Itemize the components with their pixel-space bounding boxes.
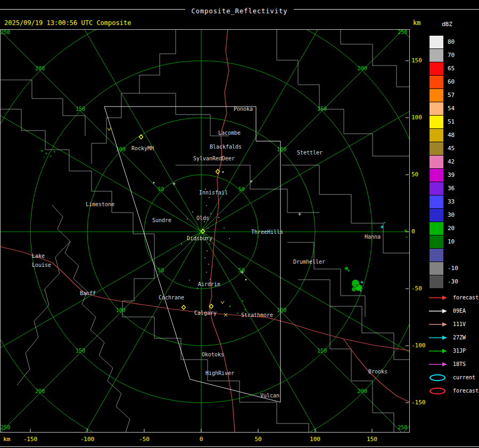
scan-outline bbox=[104, 107, 280, 402]
precip-echo bbox=[197, 288, 198, 289]
city-label: Okotoks bbox=[202, 352, 224, 357]
colorbar-swatch bbox=[430, 156, 443, 168]
plus-marker bbox=[298, 213, 301, 216]
ring-distance-label: 200 bbox=[358, 388, 367, 394]
city-label: Lake bbox=[32, 253, 45, 259]
precip-echo bbox=[210, 213, 211, 214]
precip-echo bbox=[208, 227, 209, 229]
colorbar-title: dBZ bbox=[442, 21, 452, 28]
precip-echo bbox=[245, 309, 246, 311]
city-label: Airdrie bbox=[198, 281, 220, 287]
colorbar-row: 42 bbox=[430, 155, 458, 168]
colorbar-label: 60 bbox=[448, 78, 455, 85]
legend-row: forecast bbox=[428, 384, 478, 397]
city-label: Cochrane bbox=[159, 295, 184, 300]
right-axis-label: -50 bbox=[411, 285, 422, 292]
caret-marker bbox=[108, 128, 111, 131]
ring-distance-label: 200 bbox=[35, 66, 45, 71]
colorbar-row: 20 bbox=[430, 222, 458, 235]
town-dot bbox=[153, 182, 155, 184]
precip-echo bbox=[361, 281, 363, 283]
highway-path bbox=[209, 313, 410, 351]
colorbar-row bbox=[430, 248, 458, 262]
ring-distance-label: 250 bbox=[398, 425, 407, 430]
caret-marker bbox=[221, 301, 224, 304]
legend-arrow-icon bbox=[428, 347, 451, 355]
precip-echo bbox=[49, 155, 51, 157]
precip-echo bbox=[209, 197, 210, 198]
colorbar-swatch bbox=[430, 89, 443, 102]
city-label: Calgary bbox=[194, 310, 217, 316]
city-label: RedDeer bbox=[212, 156, 235, 161]
precip-echo bbox=[207, 250, 208, 251]
precip-echo bbox=[46, 153, 47, 154]
colorbar-swatch bbox=[430, 182, 443, 195]
legend-ellipse bbox=[430, 374, 445, 380]
colorbar-swatch bbox=[430, 222, 443, 235]
colorbar-label: 80 bbox=[448, 38, 455, 45]
colorbar-row: 36 bbox=[430, 182, 458, 195]
legend-row: current bbox=[428, 371, 478, 384]
legend-ellipse-icon bbox=[428, 387, 451, 395]
radar-site-diamond bbox=[210, 304, 213, 308]
colorbar-row: 57 bbox=[430, 88, 458, 102]
precip-echo bbox=[229, 305, 230, 307]
colorbar-swatch bbox=[430, 275, 443, 288]
radar-map: 5050505010010010010015015015015020020020… bbox=[0, 29, 410, 433]
radar-site-diamond bbox=[182, 305, 186, 309]
ring-distance-label: 50 bbox=[238, 186, 245, 192]
city-label: HighRiver bbox=[205, 370, 234, 376]
legend-arrow-icon bbox=[428, 321, 451, 328]
legend-row: 111V bbox=[428, 317, 478, 331]
title-wrap: Composite_Reflectivity bbox=[0, 5, 479, 15]
legend-row: 18TS bbox=[428, 357, 478, 371]
legend-row: 27ZW bbox=[428, 331, 478, 344]
precip-echo bbox=[206, 205, 207, 206]
ring-distance-label: 150 bbox=[76, 106, 85, 112]
colorbar-swatch bbox=[430, 235, 443, 248]
colorbar-row: 70 bbox=[430, 48, 458, 62]
precip-echo bbox=[189, 280, 190, 281]
precip-echo bbox=[352, 287, 356, 291]
colorbar-label: 48 bbox=[448, 132, 455, 139]
legend-label: forecast bbox=[453, 295, 478, 300]
legend-arrow-icon bbox=[428, 334, 451, 341]
legend: forecast09EA111V27ZW31JP18TScurrentforec… bbox=[428, 291, 478, 397]
legend-label: 27ZW bbox=[453, 335, 466, 340]
precip-echo bbox=[345, 267, 348, 270]
colorbar-swatch bbox=[430, 102, 443, 115]
bottom-axis-label: -150 bbox=[21, 436, 40, 443]
bottom-axis-label: 50 bbox=[249, 436, 268, 443]
precip-echo bbox=[204, 257, 205, 258]
precip-echo bbox=[206, 272, 207, 273]
colorbar-row: -10 bbox=[430, 262, 458, 275]
colorbar-swatch bbox=[430, 196, 443, 208]
precip-echo bbox=[218, 217, 219, 218]
town-dot bbox=[245, 279, 247, 281]
legend-label: 31JP bbox=[453, 348, 466, 354]
precip-echo bbox=[41, 150, 43, 152]
precip-echo bbox=[54, 151, 55, 153]
radar-site-diamond bbox=[139, 135, 143, 139]
city-label: Louise bbox=[32, 262, 51, 268]
precip-echo bbox=[381, 226, 384, 229]
precip-echo bbox=[404, 230, 407, 232]
ring-distance-label: 100 bbox=[116, 307, 126, 313]
colorbar-swatch bbox=[430, 49, 443, 62]
colorbar-swatch bbox=[430, 249, 443, 262]
ring-distance-label: 250 bbox=[1, 29, 10, 35]
ring-distance-label: 200 bbox=[358, 66, 367, 71]
right-axis-label: 100 bbox=[411, 114, 422, 121]
right-axis-label: 150 bbox=[411, 57, 422, 64]
colorbar-row: -30 bbox=[430, 275, 458, 288]
legend-arrow-icon bbox=[428, 307, 451, 315]
precip-echo bbox=[242, 300, 244, 302]
city-label: Lacombe bbox=[218, 130, 241, 136]
city-label: ThreeHills bbox=[251, 229, 283, 235]
bottom-axis-label: -50 bbox=[135, 436, 154, 443]
asterisk-marker: * bbox=[250, 180, 253, 185]
colorbar-row: 80 bbox=[430, 35, 458, 48]
legend-label: current bbox=[453, 374, 475, 380]
boundary-path bbox=[176, 165, 319, 213]
colorbar-label: 42 bbox=[448, 158, 455, 165]
